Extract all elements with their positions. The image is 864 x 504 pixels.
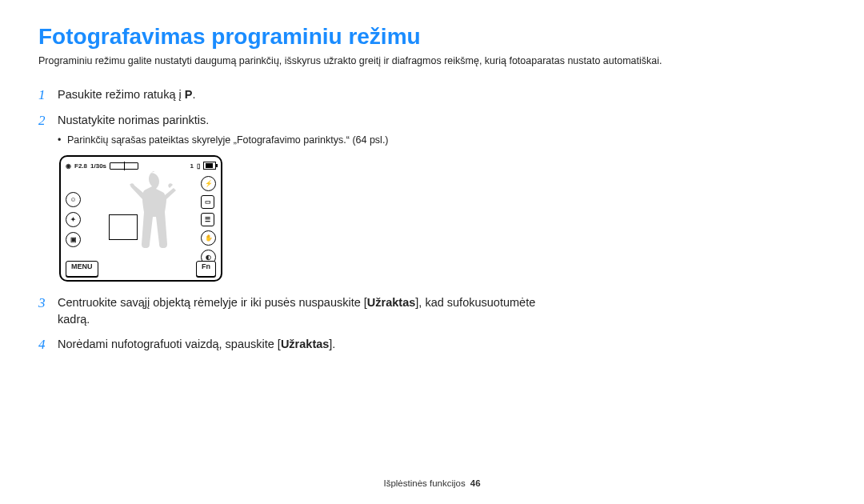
step-4-post: ]. <box>329 338 335 350</box>
steps-list: 1 Pasukite režimo ratuką į P. 2 Nustatyk… <box>38 86 550 148</box>
footer-section: Išplėstinės funkcijos <box>383 478 465 488</box>
step-2-body: Nustatykite norimas parinktis. Parinkčių… <box>58 112 550 148</box>
step-number-3: 3 <box>38 294 58 312</box>
step-number-4: 4 <box>38 336 58 354</box>
step-number-1: 1 <box>38 86 58 104</box>
size-icon: ▭ <box>201 195 214 209</box>
step-4-body: Norėdami nufotografuoti vaizdą, spauskit… <box>58 336 550 353</box>
exposure-meter-icon <box>110 162 138 170</box>
flash-icon: ⚡ <box>201 176 216 191</box>
lcd-screen: ◉ F2.8 1/30s 1 ▯ ☺ ✦ ▣ ⚡ ▭ ☰ ✋ ◐ <box>59 155 222 282</box>
step-4-pre: Norėdami nufotografuoti vaizdą, spauskit… <box>58 338 281 350</box>
lcd-aperture: F2.8 <box>74 162 87 170</box>
face-detect-icon: ☺ <box>66 192 81 207</box>
step-1-text: Pasukite režimo ratuką į <box>58 88 185 101</box>
sd-card-icon: ▯ <box>197 162 200 170</box>
battery-icon <box>203 162 216 170</box>
quality-icon: ☰ <box>201 213 214 226</box>
camera-lcd-figure: ◉ F2.8 1/30s 1 ▯ ☺ ✦ ▣ ⚡ ▭ ☰ ✋ ◐ <box>59 155 826 282</box>
lcd-count: 1 <box>190 162 194 170</box>
globe-icon: ◉ <box>66 162 71 170</box>
page-footer: Išplėstinės funkcijos46 <box>0 478 864 488</box>
page-title: Fotografavimas programiniu režimu <box>38 24 826 50</box>
steps-list-continued: 3 Centruokite savąjį objektą rėmelyje ir… <box>38 294 550 354</box>
lcd-fn-button: Fn <box>196 261 216 277</box>
mode-p-icon: P <box>185 88 193 101</box>
step-3-body: Centruokite savąjį objektą rėmelyje ir i… <box>58 294 550 328</box>
intro-paragraph: Programiniu režimu galite nustatyti daug… <box>38 54 826 69</box>
timer-icon: ✦ <box>66 212 81 227</box>
step-4-shutter-ref: Užraktas <box>281 338 329 350</box>
step-1-period: . <box>192 88 195 101</box>
step-3-pre: Centruokite savąjį objektą rėmelyje ir i… <box>58 296 367 309</box>
step-number-2: 2 <box>38 112 58 130</box>
step-1-body: Pasukite režimo ratuką į P. <box>58 86 550 103</box>
step-3-shutter-ref: Užraktas <box>367 296 415 309</box>
lcd-menu-button: MENU <box>66 261 98 277</box>
footer-page-number: 46 <box>470 478 481 488</box>
focus-frame-icon <box>109 214 138 240</box>
display-icon: ▣ <box>66 232 81 247</box>
stabilizer-icon: ✋ <box>201 230 216 246</box>
step-2-text: Nustatykite norimas parinktis. <box>58 114 209 126</box>
lcd-shutter: 1/30s <box>90 162 106 170</box>
step-2-subnote: Parinkčių sąrašas pateiktas skyrelyje „F… <box>58 134 550 148</box>
